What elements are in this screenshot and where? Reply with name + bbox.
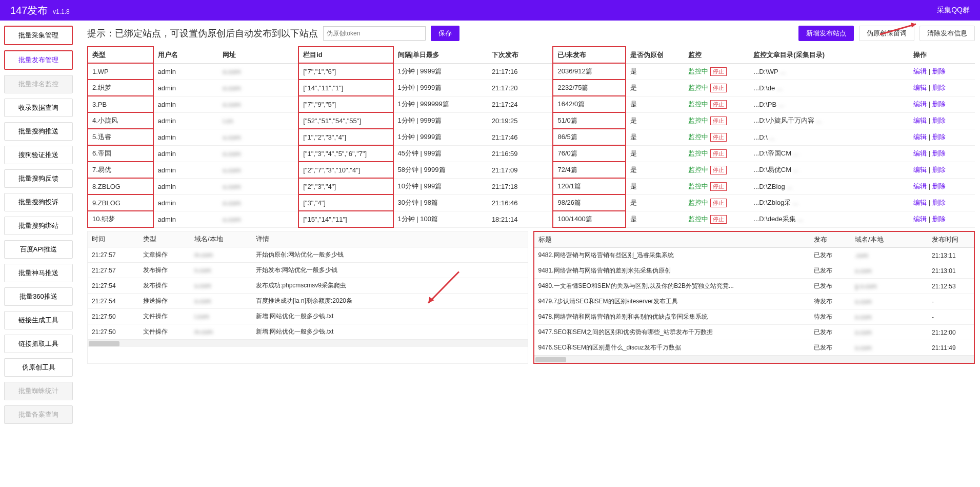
cell: 21:17:09 bbox=[488, 162, 553, 178]
sidebar-item-14[interactable]: 伪原创工具 bbox=[4, 358, 73, 377]
monitor-status: 监控中 bbox=[688, 182, 708, 191]
col-header: 是否伪原创 bbox=[626, 47, 684, 63]
url-cell: u.com bbox=[223, 183, 241, 190]
sidebar-item-1[interactable]: 批量发布管理 bbox=[4, 50, 73, 70]
add-site-button[interactable]: 新增发布站点 bbox=[798, 26, 854, 41]
cell: ["1","2","3","4"] bbox=[298, 129, 393, 145]
stop-button[interactable]: 停止 bbox=[710, 166, 727, 174]
save-button[interactable]: 保存 bbox=[431, 26, 459, 41]
stop-button[interactable]: 停止 bbox=[710, 84, 727, 92]
sidebar-item-5[interactable]: 搜狗验证推送 bbox=[4, 146, 73, 164]
cell: 21:13:01 bbox=[928, 263, 974, 279]
sidebar-item-12[interactable]: 链接生成工具 bbox=[4, 311, 73, 329]
delete-link[interactable]: 删除 bbox=[932, 166, 946, 173]
cell: 2.织梦 bbox=[88, 80, 153, 96]
stop-button[interactable]: 停止 bbox=[710, 100, 727, 109]
sidebar-item-3[interactable]: 收录数据查询 bbox=[4, 99, 73, 117]
stop-button[interactable]: 停止 bbox=[710, 182, 727, 191]
dir-cell: ...D:\WP bbox=[753, 68, 778, 75]
col-header: 类型 bbox=[139, 231, 190, 247]
edit-link[interactable]: 编辑 bbox=[913, 166, 927, 173]
sidebar-item-4[interactable]: 批量搜狗推送 bbox=[4, 122, 73, 141]
stop-button[interactable]: 停止 bbox=[710, 215, 727, 224]
edit-link[interactable]: 编辑 bbox=[913, 215, 927, 223]
cell: 21:11:49 bbox=[928, 340, 974, 356]
delete-link[interactable]: 删除 bbox=[932, 116, 946, 124]
cell: 72/4篇 bbox=[553, 162, 626, 178]
edit-link[interactable]: 编辑 bbox=[913, 100, 927, 108]
scrollbar[interactable] bbox=[534, 356, 974, 363]
monitor-status: 监控中 bbox=[688, 165, 708, 174]
sidebar-item-0[interactable]: 批量采集管理 bbox=[4, 26, 73, 45]
sites-table: 类型用户名网址栏目id间隔|单日最多下次发布已/未发布是否伪原创监控监控文章目录… bbox=[87, 46, 975, 228]
cell: 已发布 bbox=[810, 325, 851, 340]
sidebar-item-7[interactable]: 批量搜狗投诉 bbox=[4, 193, 73, 211]
cell: 新增:网站优化一般多少钱.txt bbox=[252, 324, 528, 340]
delete-link[interactable]: 删除 bbox=[932, 149, 946, 157]
qq-group-link[interactable]: 采集QQ群 bbox=[937, 6, 970, 15]
edit-link[interactable]: 编辑 bbox=[913, 199, 927, 206]
table-row: 10.织梦adminu.com["15","14","11"]1分钟 | 100… bbox=[88, 211, 975, 227]
stop-button[interactable]: 停止 bbox=[710, 67, 727, 76]
token-input[interactable] bbox=[323, 26, 426, 41]
edit-link[interactable]: 编辑 bbox=[913, 67, 927, 75]
sidebar-item-8[interactable]: 批量搜狗绑站 bbox=[4, 217, 73, 235]
clear-info-button[interactable]: 清除发布信息 bbox=[919, 26, 975, 41]
delete-link[interactable]: 删除 bbox=[932, 182, 946, 190]
log-row: 9481.网络营销与网络营销的差别米拓采集伪原创已发布o.com21:13:01 bbox=[534, 263, 974, 279]
delete-link[interactable]: 删除 bbox=[932, 67, 946, 75]
log-row: 9480.一文看懂SEO和SEM的关系与区别,以及你的B2B外贸独立站究竟...… bbox=[534, 279, 974, 294]
cell: 30分钟 | 98篇 bbox=[393, 194, 488, 211]
edit-link[interactable]: 编辑 bbox=[913, 133, 927, 141]
table-row: 8.ZBLOGadminu.com["2","3","4"]10分钟 | 999… bbox=[88, 178, 975, 194]
cell: 开始伪原创:网站优化一般多少钱 bbox=[252, 247, 528, 263]
log-row: 9476.SEO和SEM的区别是什么_discuz发布千万数据已发布o.com2… bbox=[534, 340, 974, 356]
sidebar-item-6[interactable]: 批量搜狗反馈 bbox=[4, 169, 73, 188]
pseudo-original: 是 bbox=[630, 149, 637, 157]
dir-cell: ...D:\易优CM bbox=[753, 166, 791, 173]
cell: 发布操作 bbox=[139, 263, 190, 278]
stop-button[interactable]: 停止 bbox=[710, 199, 727, 207]
scrollbar[interactable] bbox=[88, 340, 528, 347]
sidebar-item-16: 批量备案查询 bbox=[4, 405, 73, 424]
col-header: 网址 bbox=[218, 47, 298, 63]
cell: 2232/75篇 bbox=[553, 80, 626, 96]
edit-link[interactable]: 编辑 bbox=[913, 116, 927, 124]
delete-link[interactable]: 删除 bbox=[932, 133, 946, 141]
stop-button[interactable]: 停止 bbox=[710, 133, 727, 142]
cell: 76/0篇 bbox=[553, 145, 626, 162]
url-cell: i.cn bbox=[223, 117, 233, 125]
cell: 21:17:24 bbox=[488, 96, 553, 112]
monitor-status: 监控中 bbox=[688, 116, 708, 125]
col-header: 下次发布 bbox=[488, 47, 553, 63]
delete-link[interactable]: 删除 bbox=[932, 215, 946, 223]
cell: 7.易优 bbox=[88, 162, 153, 178]
cell: 58分钟 | 9999篇 bbox=[393, 162, 488, 178]
sidebar-item-13[interactable]: 链接抓取工具 bbox=[4, 335, 73, 353]
sidebar-item-10[interactable]: 批量神马推送 bbox=[4, 264, 73, 282]
cell: ["15","14","11"] bbox=[298, 211, 393, 227]
cell: ["14","11","1"] bbox=[298, 80, 393, 96]
cell: 4.小旋风 bbox=[88, 112, 153, 129]
log-row: 21:27:54发布操作u.com发布成功:phpcmscmsv9采集爬虫 bbox=[88, 278, 528, 294]
url-cell: o.com bbox=[223, 101, 241, 108]
log-row: 21:27:57文章操作m.com开始伪原创:网站优化一般多少钱 bbox=[88, 247, 528, 263]
stop-button[interactable]: 停止 bbox=[710, 149, 727, 158]
delete-link[interactable]: 删除 bbox=[932, 84, 946, 91]
cell: 已发布 bbox=[810, 340, 851, 356]
edit-link[interactable]: 编辑 bbox=[913, 149, 927, 157]
edit-link[interactable]: 编辑 bbox=[913, 84, 927, 91]
url-cell: o.com bbox=[223, 150, 241, 158]
table-row: 9.ZBLOGadmino.com["3","4"]30分钟 | 98篇21:1… bbox=[88, 194, 975, 211]
cell: g o.com bbox=[851, 279, 928, 294]
sidebar-item-11[interactable]: 批量360推送 bbox=[4, 287, 73, 306]
col-header: 时间 bbox=[88, 231, 139, 247]
keep-words-button[interactable]: 伪原创保留词 bbox=[859, 26, 914, 41]
delete-link[interactable]: 删除 bbox=[932, 199, 946, 206]
col-header: 操作 bbox=[909, 47, 975, 63]
delete-link[interactable]: 删除 bbox=[932, 100, 946, 108]
edit-link[interactable]: 编辑 bbox=[913, 182, 927, 190]
sidebar-item-9[interactable]: 百度API推送 bbox=[4, 240, 73, 259]
stop-button[interactable]: 停止 bbox=[710, 116, 727, 125]
cell: ["2","7","3","10","4"] bbox=[298, 162, 393, 178]
